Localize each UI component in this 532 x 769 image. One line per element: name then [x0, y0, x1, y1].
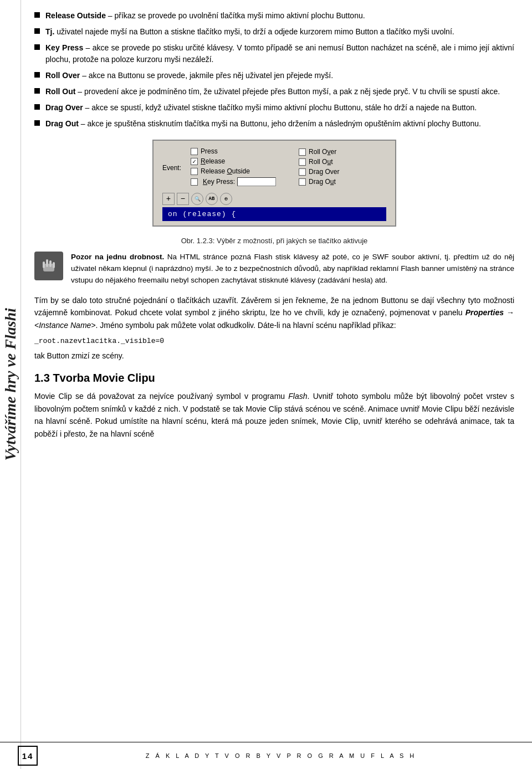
bullet-bold: Roll Over	[45, 71, 80, 80]
checkbox-drag-over-label: Drag Over	[309, 168, 339, 176]
bullet-text: Roll Over – akce na Buttonu se provede, …	[45, 70, 514, 81]
main-content: Release Outside – příkaz se provede po u…	[21, 0, 532, 455]
svg-rect-1	[46, 259, 48, 267]
bullet-icon	[34, 12, 40, 18]
bullet-bold: Tj.	[45, 27, 54, 36]
checkbox-release-box[interactable]	[191, 158, 198, 165]
event-label: Event:	[162, 164, 191, 172]
checkbox-drag-out-box[interactable]	[299, 178, 306, 186]
checkbox-release-outside-label: Release Outside	[201, 167, 250, 175]
dialog-left-col: Press Release Release Outside Key Press:	[191, 147, 299, 188]
code-bar: on (release) {	[162, 207, 386, 221]
dialog-right-col: Roll Over Roll Out Drag Over Drag Out	[299, 148, 386, 188]
bullet-bold: Drag Out	[45, 119, 79, 128]
note-text: Pozor na jednu drobnost. Na HTML stránce…	[71, 252, 514, 286]
checkbox-roll-out-box[interactable]	[299, 158, 306, 166]
checkbox-roll-out-label: Roll Out	[309, 158, 332, 166]
checkbox-press[interactable]: Press	[191, 147, 299, 155]
search-icon[interactable]: 🔍	[191, 193, 203, 205]
bullet-text: Roll Out – provedení akce je podmíněno t…	[45, 86, 514, 98]
list-item: Drag Out – akce je spuštěna stisknutím t…	[34, 118, 514, 130]
note-icon	[34, 252, 63, 280]
caption: Obr. 1.2.3: Výběr z možností, při jakých…	[34, 237, 514, 245]
page-footer: 14 Z Á K L A D Y T V O R B Y V P R O G R…	[0, 742, 532, 769]
checkbox-roll-over[interactable]: Roll Over	[299, 148, 386, 156]
remove-button[interactable]: −	[177, 193, 189, 205]
ab-icon[interactable]: AB	[206, 193, 218, 205]
svg-rect-3	[43, 262, 45, 268]
event-row: Event: Press Release Release Outside	[162, 147, 386, 188]
checkbox-roll-over-box[interactable]	[299, 148, 306, 156]
bullet-bold: Release Outside	[45, 11, 106, 20]
bullet-text: Key Press – akce se provede po stisku ur…	[45, 42, 514, 65]
side-tab-text: Vytváříme hry ve Flashi	[2, 308, 19, 461]
bullet-icon	[34, 88, 40, 94]
checkbox-key-press-label: Key Press:	[203, 178, 235, 186]
checkbox-drag-over-box[interactable]	[299, 168, 306, 176]
bullet-text: Drag Out – akce je spuštěna stisknutím t…	[45, 118, 514, 130]
bullet-icon	[34, 28, 40, 34]
checkbox-release-label: Release	[201, 157, 225, 165]
checkbox-key-press[interactable]: Key Press:	[191, 177, 299, 186]
bullet-bold: Roll Out	[45, 87, 75, 96]
bullet-bold: Key Press	[45, 43, 83, 52]
checkbox-roll-over-label: Roll Over	[309, 148, 336, 156]
bullet-text: Release Outside – příkaz se provede po u…	[45, 10, 514, 22]
note-bold: Pozor na jednu drobnost.	[71, 253, 164, 261]
bullet-bold: Drag Over	[45, 103, 83, 112]
bullet-icon	[34, 120, 40, 126]
checkbox-key-press-box[interactable]	[191, 178, 198, 186]
bullet-icon	[34, 104, 40, 110]
note-box: Pozor na jednu drobnost. Na HTML stránce…	[34, 252, 514, 286]
globe-icon[interactable]: ⊕	[220, 193, 232, 205]
add-button[interactable]: +	[162, 193, 175, 205]
dialog-toolbar: + − 🔍 AB ⊕	[162, 193, 386, 205]
checkbox-drag-out[interactable]: Drag Out	[299, 178, 386, 186]
checkbox-drag-over[interactable]: Drag Over	[299, 168, 386, 176]
list-item: Release Outside – příkaz se provede po u…	[34, 10, 514, 22]
checkbox-press-box[interactable]	[191, 148, 198, 155]
checkbox-roll-out[interactable]: Roll Out	[299, 158, 386, 166]
checkbox-release-outside[interactable]: Release Outside	[191, 167, 299, 175]
svg-rect-4	[53, 262, 55, 268]
dialog-screenshot: Event: Press Release Release Outside	[152, 140, 396, 227]
checkbox-press-label: Press	[201, 147, 218, 155]
key-press-input[interactable]	[237, 177, 276, 186]
list-item: Key Press – akce se provede po stisku ur…	[34, 42, 514, 65]
side-tab: Vytváříme hry ve Flashi	[0, 0, 21, 769]
code-example: _root.nazevtlacitka._visible=0	[34, 337, 514, 345]
svg-rect-2	[49, 260, 52, 267]
list-item: Roll Out – provedení akce je podmíněno t…	[34, 86, 514, 98]
section-heading: 1.3 Tvorba Movie Clipu	[34, 372, 514, 384]
hand-icon	[39, 256, 59, 276]
body-paragraph: Tím by se dalo toto stručné pojednání o …	[34, 294, 514, 331]
bullet-icon	[34, 44, 40, 50]
checkbox-release-outside-box[interactable]	[191, 168, 198, 175]
section-paragraph: Movie Clip se dá považovat za nejvíce po…	[34, 390, 514, 440]
bullet-text: Drag Over – akce se spustí, když uživate…	[45, 102, 514, 114]
code-after-text: tak Button zmizí ze scény.	[34, 350, 514, 362]
bullet-list: Release Outside – příkaz se provede po u…	[34, 10, 514, 130]
bullet-text: Tj. uživatel najede myší na Button a sti…	[45, 26, 514, 38]
checkbox-drag-out-label: Drag Out	[309, 178, 336, 186]
bullet-icon	[34, 72, 40, 78]
page-number: 14	[18, 746, 38, 766]
list-item: Tj. uživatel najede myší na Button a sti…	[34, 26, 514, 38]
list-item: Roll Over – akce na Buttonu se provede, …	[34, 70, 514, 81]
checkbox-release[interactable]: Release	[191, 157, 299, 165]
footer-text: Z Á K L A D Y T V O R B Y V P R O G R A …	[48, 752, 514, 759]
list-item: Drag Over – akce se spustí, když uživate…	[34, 102, 514, 114]
